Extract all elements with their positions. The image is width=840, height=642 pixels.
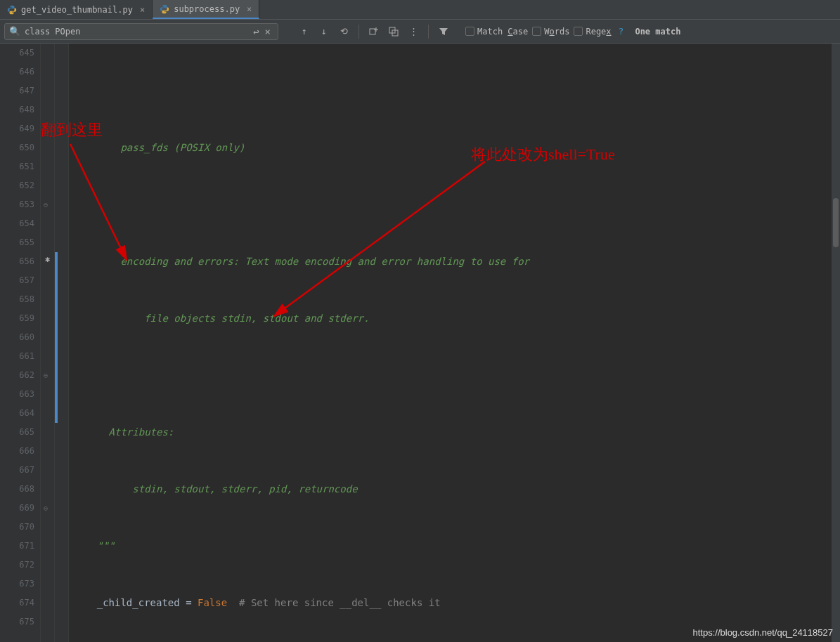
close-icon[interactable]: ×: [140, 5, 145, 15]
find-all-button[interactable]: ⟲: [336, 24, 351, 39]
match-count: One match: [635, 27, 680, 37]
line-number: 659: [0, 309, 34, 328]
marker-gutter: ✱ ⊖ ⊖ ⊖: [41, 44, 55, 642]
code-text: Attributes:: [73, 426, 174, 438]
find-input-wrap[interactable]: 🔍 ↩ ×: [4, 23, 278, 40]
close-icon[interactable]: ×: [247, 4, 252, 14]
line-number: 666: [0, 442, 34, 461]
tab-label: subprocess.py: [174, 4, 240, 14]
line-number: 665: [0, 423, 34, 442]
tab-get-video-thumbnail[interactable]: get_video_thumbnail.py ×: [0, 0, 153, 19]
gutter: 6456466476486496506516526536546556566576…: [0, 44, 41, 642]
clear-icon[interactable]: ×: [262, 26, 273, 37]
line-number: 669: [0, 499, 34, 518]
code-text: stdin, stdout, stderr, pid, returncode: [73, 483, 358, 494]
separator: [358, 25, 359, 39]
change-gutter: [55, 44, 69, 642]
line-number: 657: [0, 271, 34, 290]
line-number: 671: [0, 537, 34, 556]
line-number: 674: [0, 594, 34, 612]
code-text: encoding and errors: Text mode encoding …: [73, 256, 529, 267]
code-area[interactable]: pass_fds (POSIX only) encoding and error…: [69, 44, 840, 642]
line-number: 649: [0, 119, 34, 138]
line-number: 655: [0, 233, 34, 252]
select-all-button[interactable]: [386, 24, 401, 39]
line-number: 667: [0, 461, 34, 480]
find-history-icon[interactable]: ↩: [250, 26, 261, 37]
find-bar: 🔍 ↩ × ↑ ↓ ⟲ ⋮ Match Case Words Regex ? O…: [0, 20, 840, 44]
line-number: 652: [0, 176, 34, 195]
fold-marker[interactable]: ⊖: [44, 201, 48, 209]
tab-subprocess[interactable]: subprocess.py ×: [153, 0, 259, 19]
line-number: 647: [0, 81, 34, 100]
find-input[interactable]: [25, 27, 250, 37]
line-number: 646: [0, 63, 34, 81]
modified-marker: [55, 252, 58, 423]
line-number: 661: [0, 347, 34, 366]
line-number: 653: [0, 195, 34, 214]
line-number: 654: [0, 214, 34, 233]
line-number: 673: [0, 575, 34, 594]
line-number: 650: [0, 138, 34, 157]
regex-checkbox[interactable]: Regex: [574, 27, 611, 37]
tab-label: get_video_thumbnail.py: [21, 5, 133, 15]
scroll-thumb[interactable]: [833, 198, 839, 247]
editor-tabs: get_video_thumbnail.py × subprocess.py ×: [0, 0, 840, 20]
line-number: 670: [0, 518, 34, 537]
line-number: 660: [0, 328, 34, 347]
code-text: """: [73, 540, 115, 551]
line-number: 645: [0, 44, 34, 63]
editor: 6456466476486496506516526536546556566576…: [0, 44, 840, 642]
show-options-button[interactable]: ⋮: [406, 24, 421, 39]
words-checkbox[interactable]: Words: [532, 27, 569, 37]
python-icon: [160, 4, 169, 14]
fold-marker[interactable]: ⊖: [44, 372, 48, 379]
watermark: https://blog.csdn.net/qq_24118527: [693, 627, 834, 638]
line-number: 663: [0, 385, 34, 404]
line-number: 672: [0, 556, 34, 575]
prev-match-button[interactable]: ↑: [297, 24, 312, 39]
line-number: 658: [0, 290, 34, 309]
line-number: 668: [0, 480, 34, 499]
help-icon[interactable]: ?: [619, 26, 624, 37]
line-number: 656: [0, 252, 34, 271]
line-number: 675: [0, 612, 34, 631]
python-icon: [7, 5, 17, 15]
line-number: 651: [0, 157, 34, 176]
next-match-button[interactable]: ↓: [316, 24, 332, 39]
line-number: 648: [0, 100, 34, 119]
vertical-scrollbar[interactable]: [832, 44, 840, 642]
line-number: 664: [0, 404, 34, 423]
add-selection-button[interactable]: [366, 24, 382, 39]
match-case-checkbox[interactable]: Match Case: [465, 27, 528, 37]
line-number: 662: [0, 366, 34, 385]
fold-marker[interactable]: ⊖: [44, 504, 48, 512]
filter-icon[interactable]: [436, 24, 451, 39]
code-text: file objects stdin, stdout and stderr.: [73, 313, 369, 324]
search-icon: 🔍: [9, 26, 20, 37]
code-text: _child_created =: [73, 597, 198, 608]
separator: [428, 25, 429, 39]
code-text: pass_fds (POSIX only): [73, 142, 245, 153]
bookmark-marker: ✱: [45, 254, 50, 264]
